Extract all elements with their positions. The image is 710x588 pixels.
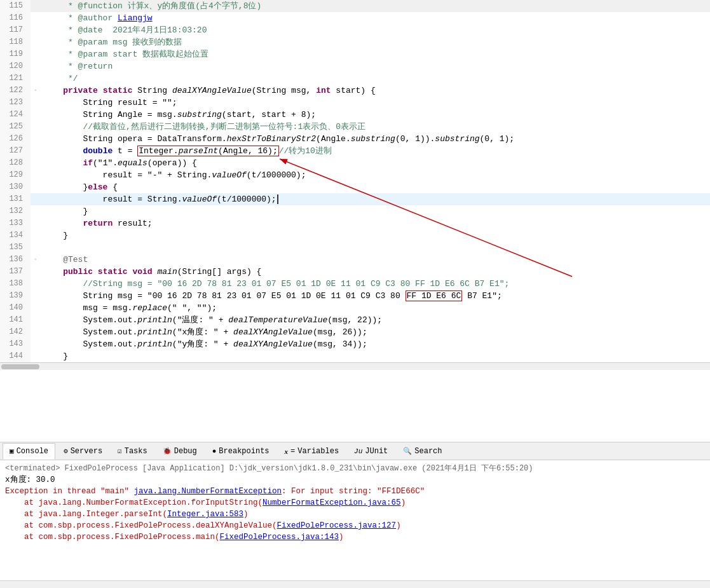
- servers-icon: ⚙: [64, 447, 68, 455]
- junit-icon: Ju: [354, 448, 362, 455]
- code-line-122: 122 ◦ private static String dealXYAngleV…: [0, 85, 710, 97]
- bottom-panel: ▣ Console ⚙ Servers ☑ Tasks 🐞 Debug ● Br…: [0, 442, 710, 588]
- code-line-126: 126 String opera = DataTransform.hexStrT…: [0, 133, 710, 145]
- code-editor[interactable]: 115 * @function 计算x、y的角度值(占4个字节,8位) 116 …: [0, 0, 710, 362]
- code-line-140: 140 msg = msg.replace(" ", "");: [0, 302, 710, 314]
- tab-breakpoints[interactable]: ● Breakpoints: [205, 443, 276, 460]
- code-line-139: 139 String msg = "00 16 2D 78 81 23 01 0…: [0, 290, 710, 302]
- console-icon: ▣: [10, 447, 14, 455]
- code-line-130: 130 }else {: [0, 181, 710, 193]
- code-line-129: 129 result = "-" + String.valueOf(t/1000…: [0, 169, 710, 181]
- code-line-134: 134 }: [0, 229, 710, 242]
- code-line-144: 144 }: [0, 350, 710, 362]
- code-line-141: 141 System.out.println("温度: " + dealTemp…: [0, 314, 710, 326]
- code-line-142: 142 System.out.println("x角度: " + dealXYA…: [0, 326, 710, 338]
- console-error-line4: at com.sbp.process.FixedPoleProcess.deal…: [5, 520, 705, 531]
- variables-icon: x: [285, 448, 289, 455]
- code-line-136: 136 ◦ @Test: [0, 254, 710, 266]
- code-lines: 115 * @function 计算x、y的角度值(占4个字节,8位) 116 …: [0, 0, 710, 362]
- code-line-120: 120 * @return: [0, 60, 710, 72]
- console-error-line5: at com.sbp.process.FixedPoleProcess.main…: [5, 531, 705, 543]
- code-line-123: 123 String result = "";: [0, 97, 710, 109]
- code-line-128: 128 if("1".equals(opera)) {: [0, 157, 710, 169]
- breakpoints-icon: ●: [212, 448, 217, 455]
- console-error-line2: at java.lang.NumberFormatException.forIn…: [5, 497, 705, 509]
- tab-console[interactable]: ▣ Console: [3, 443, 55, 460]
- code-line-125: 125 //截取首位,然后进行二进制转换,判断二进制第一位符号:1表示负、0表示…: [0, 121, 710, 133]
- code-line-115: 115 * @function 计算x、y的角度值(占4个字节,8位): [0, 0, 710, 12]
- code-line-121: 121 */: [0, 72, 710, 85]
- console-output-line1: x角度: 30.0: [5, 474, 705, 486]
- tasks-icon: ☑: [118, 447, 122, 455]
- code-line-117: 117 * @date 2021年4月1日18:03:20: [0, 24, 710, 36]
- console-error-line3: at java.lang.Integer.parseInt(Integer.ja…: [5, 509, 705, 520]
- code-line-135: 135: [0, 242, 710, 254]
- exception-link[interactable]: java.lang.NumberFormatException: [134, 487, 282, 496]
- console-error-line1: Exception in thread "main" java.lang.Num…: [5, 486, 705, 497]
- search-icon: 🔍: [403, 447, 412, 455]
- code-line-132: 132 }: [0, 205, 710, 217]
- tab-variables[interactable]: x= Variables: [278, 443, 346, 460]
- console-terminated-line: <terminated> FixedPoleProcess [Java Appl…: [5, 463, 705, 474]
- code-line-127: 127 double t = Integer.parseInt(Angle, 1…: [0, 145, 710, 157]
- tab-debug-label: Debug: [174, 447, 197, 456]
- tab-junit[interactable]: Ju JUnit: [347, 443, 395, 460]
- code-line-124: 124 String Angle = msg.substring(start, …: [0, 109, 710, 121]
- bottom-scrollbar[interactable]: [0, 580, 710, 588]
- console-output: <terminated> FixedPoleProcess [Java Appl…: [0, 460, 710, 580]
- code-line-116: 116 * @author Liangjw: [0, 12, 710, 24]
- tab-search[interactable]: 🔍 Search: [396, 443, 449, 460]
- debug-icon: 🐞: [163, 447, 172, 455]
- code-editor-container: 115 * @function 计算x、y的角度值(占4个字节,8位) 116 …: [0, 0, 710, 442]
- code-line-131: 131 result = String.valueOf(t/1000000);: [0, 193, 710, 205]
- tabs-bar: ▣ Console ⚙ Servers ☑ Tasks 🐞 Debug ● Br…: [0, 442, 710, 460]
- fixedpole-dealxy-link[interactable]: FixedPoleProcess.java:127: [277, 521, 397, 530]
- tab-console-label: Console: [17, 447, 48, 456]
- integer-parseint-link[interactable]: Integer.java:583: [167, 510, 243, 519]
- h-scrollbar[interactable]: [0, 362, 710, 370]
- code-line-119: 119 * @param start 数据截取起始位置: [0, 48, 710, 60]
- code-line-143: 143 System.out.println("y角度: " + dealXYA…: [0, 338, 710, 350]
- tab-variables-label: Variables: [297, 447, 339, 456]
- tab-search-label: Search: [414, 447, 442, 456]
- tab-servers-label: Servers: [71, 447, 102, 456]
- scrollbar-thumb[interactable]: [1, 364, 39, 369]
- code-line-138: 138 //String msg = "00 16 2D 78 81 23 01…: [0, 278, 710, 290]
- fixedpole-main-link[interactable]: FixedPoleProcess.java:143: [220, 533, 339, 542]
- tab-tasks[interactable]: ☑ Tasks: [111, 443, 154, 460]
- code-line-118: 118 * @param msg 接收到的数据: [0, 36, 710, 48]
- nfe-forinputstring-link[interactable]: NumberFormatException.java:65: [263, 498, 401, 507]
- tab-servers[interactable]: ⚙ Servers: [57, 443, 109, 460]
- tab-debug[interactable]: 🐞 Debug: [156, 443, 204, 460]
- code-line-137: 137 public static void main(String[] arg…: [0, 266, 710, 278]
- tab-tasks-label: Tasks: [125, 447, 147, 456]
- tab-junit-label: JUnit: [365, 447, 388, 456]
- tab-breakpoints-label: Breakpoints: [219, 447, 269, 456]
- code-line-133: 133 return result;: [0, 217, 710, 229]
